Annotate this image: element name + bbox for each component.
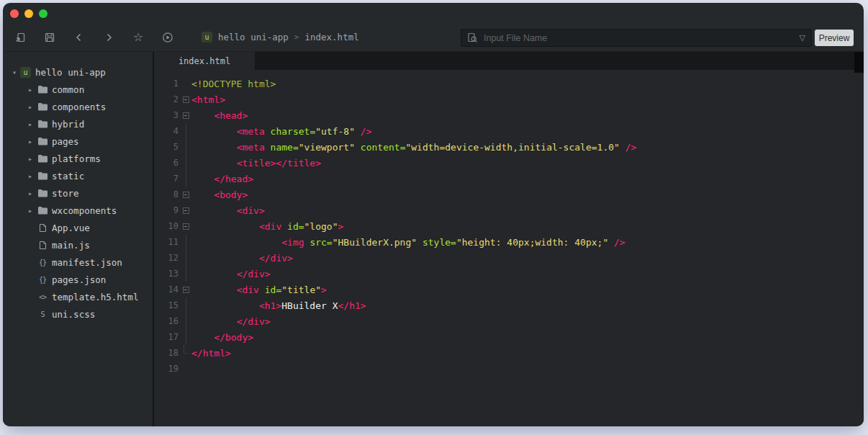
code-line-14[interactable]: 14− <div id="title"> (154, 282, 864, 297)
tree-item-label: App.vue (52, 223, 90, 233)
tree-root[interactable]: ▾uhello uni-app (3, 63, 153, 81)
code-line-10[interactable]: 10− <div id="logo"> (154, 218, 864, 234)
code-text: <body> (191, 189, 248, 200)
folder-icon (36, 102, 49, 111)
chevron-right-icon[interactable]: ▸ (24, 138, 36, 145)
fold-toggle[interactable]: − (180, 282, 191, 297)
fold-toggle[interactable]: − (180, 107, 191, 123)
fold-guide (180, 266, 191, 282)
fold-minus-icon[interactable]: − (183, 192, 189, 198)
code-line-17[interactable]: 17 </body> (154, 329, 864, 345)
favorite-star-icon[interactable]: ☆ (132, 32, 144, 43)
uniapp-project-icon: u (20, 67, 31, 78)
line-number: 2 (154, 94, 180, 104)
tree-item-store[interactable]: ▸store (3, 184, 153, 202)
fold-guide (180, 329, 191, 345)
tree-item-static[interactable]: ▸static (3, 167, 153, 184)
code-line-5[interactable]: 5 <meta name="viewport" content="width=d… (154, 139, 864, 155)
code-line-1[interactable]: 1<!DOCTYPE html> (154, 76, 864, 91)
fold-guide (180, 123, 191, 139)
file-search-box[interactable]: ▽ (461, 29, 812, 47)
minimize-button[interactable] (24, 9, 33, 18)
chevron-right-icon[interactable]: ▸ (24, 120, 36, 128)
line-number: 7 (154, 174, 180, 184)
tree-item-main-js[interactable]: main.js (3, 236, 153, 254)
zoom-button[interactable] (39, 9, 48, 18)
uniapp-logo-icon: u (202, 32, 212, 42)
code-line-2[interactable]: 2−<html> (154, 91, 864, 107)
tab-index-html[interactable]: index.html (154, 52, 255, 70)
code-area[interactable]: 1<!DOCTYPE html>2−<html>3− <head>4 <meta… (154, 70, 864, 426)
code-line-18[interactable]: 18</html> (154, 345, 864, 361)
code-line-9[interactable]: 9− <div> (154, 202, 864, 218)
chevron-right-icon[interactable]: ▸ (24, 103, 36, 111)
vue-file-icon (36, 223, 49, 233)
forward-icon[interactable] (103, 32, 114, 43)
fold-toggle[interactable]: − (180, 202, 191, 218)
fold-guide (180, 155, 191, 171)
tree-item-app-vue[interactable]: App.vue (3, 219, 153, 236)
tree-item-hybrid[interactable]: ▸hybrid (3, 115, 153, 133)
code-line-15[interactable]: 15 <h1>HBuilder X</h1> (154, 297, 864, 313)
fold-toggle[interactable]: − (180, 218, 191, 234)
fold-minus-icon[interactable]: − (183, 223, 189, 230)
save-icon[interactable] (44, 32, 55, 43)
code-line-13[interactable]: 13 </div> (154, 266, 864, 282)
tree-item-wxcomponents[interactable]: ▸wxcomponents (3, 202, 153, 219)
run-icon[interactable] (162, 32, 173, 43)
filter-icon[interactable]: ▽ (800, 33, 805, 42)
fold-minus-icon[interactable]: − (183, 207, 189, 214)
code-line-6[interactable]: 6 <title></title> (154, 155, 864, 171)
back-icon[interactable] (73, 32, 85, 43)
tree-item-pages[interactable]: ▸pages (3, 133, 153, 150)
line-number: 12 (154, 253, 180, 263)
fold-minus-icon[interactable]: − (183, 287, 189, 293)
code-line-3[interactable]: 3− <head> (154, 107, 864, 123)
chevron-right-icon[interactable]: ▸ (24, 207, 36, 215)
folder-icon (36, 137, 49, 145)
scrollbar-thumb[interactable] (854, 52, 864, 73)
fold-minus-icon[interactable]: − (183, 112, 189, 119)
folder-icon (36, 189, 49, 197)
code-text: <img src="HBuilderX.png" style="height: … (191, 237, 625, 248)
preview-button[interactable]: Preview (815, 30, 854, 46)
tree-item-template-h5-html[interactable]: <>template.h5.html (3, 288, 153, 305)
close-button[interactable] (10, 9, 19, 18)
code-line-7[interactable]: 7 </head> (154, 171, 864, 187)
tree-item-common[interactable]: ▸common (3, 81, 153, 98)
chevron-right-icon[interactable]: ▸ (24, 189, 36, 197)
tree-item-pages-json[interactable]: {}pages.json (3, 271, 153, 288)
code-text: <div id="logo"> (191, 221, 343, 232)
chevron-down-icon[interactable]: ▾ (9, 68, 20, 76)
code-line-19[interactable]: 19 (154, 361, 864, 377)
tree-item-platforms[interactable]: ▸platforms (3, 150, 153, 167)
fold-minus-icon[interactable]: − (183, 97, 189, 103)
breadcrumb-file[interactable]: index.html (304, 32, 358, 42)
code-line-12[interactable]: 12 </div> (154, 250, 864, 266)
fold-guide (180, 297, 191, 313)
chevron-right-icon[interactable]: ▸ (24, 172, 36, 180)
new-file-icon[interactable] (14, 32, 26, 43)
fold-guide (180, 361, 191, 377)
folder-icon (36, 171, 49, 180)
code-line-11[interactable]: 11 <img src="HBuilderX.png" style="heigh… (154, 234, 864, 250)
chevron-right-icon[interactable]: ▸ (24, 86, 36, 94)
tree-item-label: common (52, 84, 84, 95)
tree-item-label: pages.json (52, 274, 106, 285)
chevron-right-icon[interactable]: ▸ (24, 155, 36, 163)
tree-item-manifest-json[interactable]: {}manifest.json (3, 254, 153, 271)
line-number: 6 (154, 158, 180, 168)
tree-item-label: pages (52, 136, 79, 147)
fold-guide (180, 250, 191, 266)
tree-item-components[interactable]: ▸components (3, 98, 153, 115)
code-line-8[interactable]: 8− <body> (154, 187, 864, 202)
titlebar (3, 3, 864, 23)
breadcrumb-project[interactable]: hello uni-app (218, 32, 289, 42)
fold-toggle[interactable]: − (180, 187, 191, 202)
search-input[interactable] (484, 33, 800, 43)
code-line-16[interactable]: 16 </div> (154, 313, 864, 329)
fold-toggle[interactable]: − (180, 91, 191, 107)
tree-item-label: store (52, 188, 79, 199)
code-line-4[interactable]: 4 <meta charset="utf-8" /> (154, 123, 864, 139)
tree-item-uni-scss[interactable]: Suni.scss (3, 305, 153, 323)
